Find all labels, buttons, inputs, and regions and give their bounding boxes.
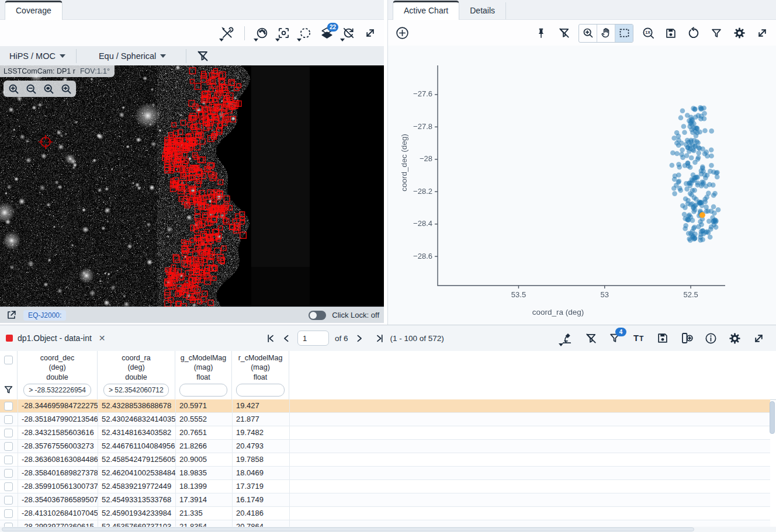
table-row[interactable]: -28.3576755600327352.44676110408495621.8… <box>0 440 770 453</box>
next-page-button[interactable] <box>354 333 364 343</box>
firefly-app: Coverage <box>0 0 776 532</box>
analyze-icon[interactable] <box>559 329 575 347</box>
column-divider <box>175 507 176 520</box>
table-row[interactable]: -28.41310268410704552.4590193423398421.3… <box>0 507 770 520</box>
projection-dropdown[interactable]: Equ / Spherical <box>96 51 168 61</box>
zoom-in-tool-icon[interactable] <box>579 25 597 42</box>
add-column-icon[interactable] <box>678 329 695 347</box>
filter-input-g_cModelMag[interactable] <box>179 384 227 397</box>
cell-coord_dec: -28.34321585603616 <box>18 426 98 439</box>
zoom-out-icon[interactable] <box>23 82 39 96</box>
popout-icon[interactable] <box>5 306 18 325</box>
cell-coord_ra: 52.43148163403582 <box>98 426 175 439</box>
text-view-icon[interactable]: T T <box>630 329 647 347</box>
column-divider <box>175 467 176 479</box>
gear-icon[interactable] <box>731 24 747 43</box>
rotate-off-icon[interactable] <box>340 24 356 43</box>
page-number-input[interactable] <box>297 331 329 346</box>
row-checkbox[interactable] <box>4 442 13 451</box>
tab-coverage[interactable]: Coverage <box>5 1 63 20</box>
table-row[interactable]: -28.34469598472227552.4328853868867820.5… <box>0 399 770 413</box>
select-box-tool-icon[interactable] <box>615 25 633 42</box>
table-row[interactable]: -28.35991056130073752.4583921977244918.1… <box>0 480 770 493</box>
coord-readout[interactable]: EQ-J2000: <box>23 310 66 321</box>
zoom-fit-icon[interactable] <box>41 82 56 96</box>
cell-r_cModelMag: 19.7482 <box>232 426 289 439</box>
table-row[interactable]: -28.3432158560361652.4314816340358220.76… <box>0 426 770 440</box>
prev-page-button[interactable] <box>282 333 292 343</box>
zoom-in-icon[interactable] <box>6 82 21 96</box>
column-divider <box>232 480 233 493</box>
recenter-icon[interactable] <box>275 24 292 43</box>
last-page-button[interactable] <box>375 333 384 343</box>
refresh-icon[interactable] <box>685 24 702 43</box>
filter-off-icon[interactable] <box>583 329 599 347</box>
table-row[interactable]: -28.36360816308448652.45854247912560520.… <box>0 453 770 467</box>
color-palette-icon[interactable] <box>254 24 270 43</box>
pan-hand-icon[interactable] <box>597 25 615 42</box>
add-chart-icon[interactable] <box>394 24 410 43</box>
column-header-coord_dec[interactable]: coord_dec(deg)double <box>18 351 98 380</box>
cell-g_cModelMag: 21.335 <box>175 507 232 520</box>
column-header-coord_ra[interactable]: coord_ra(deg)double <box>98 351 175 380</box>
cell-r_cModelMag: 20.4793 <box>232 440 289 453</box>
row-checkbox[interactable] <box>4 415 13 424</box>
expand-icon[interactable] <box>754 24 770 43</box>
horizontal-scrollbar[interactable] <box>2 527 694 531</box>
info-icon[interactable] <box>702 329 719 347</box>
first-page-button[interactable] <box>266 333 276 343</box>
cell-g_cModelMag: 20.7651 <box>175 426 232 439</box>
table-row[interactable]: -28.35184799021354652.43024683241403520.… <box>0 413 770 426</box>
zoom-fill-icon[interactable] <box>58 82 74 96</box>
filter-off-icon[interactable] <box>195 47 211 65</box>
gear-icon[interactable] <box>726 329 743 347</box>
toolbar-divider <box>244 26 245 40</box>
row-checkbox[interactable] <box>4 429 13 437</box>
vertical-scrollbar[interactable] <box>770 401 775 434</box>
save-icon[interactable] <box>663 24 679 43</box>
filter-off-icon[interactable] <box>556 24 572 43</box>
table-color-swatch-icon <box>6 335 13 342</box>
cell-coord_ra: 52.45493313533768 <box>98 493 175 506</box>
hips-moc-dropdown[interactable]: HiPS / MOC <box>7 51 68 61</box>
row-checkbox[interactable] <box>4 496 13 505</box>
zoom-controls <box>4 81 76 97</box>
filter-icon[interactable]: 4 <box>607 329 623 347</box>
sky-canvas[interactable] <box>0 65 384 307</box>
click-lock-label: Click Lock: off <box>332 311 379 319</box>
column-header-r_cModelMag[interactable]: r_cModelMag(mag)float <box>232 351 289 380</box>
image-readout-bar: EQ-J2000: Click Lock: off <box>0 307 384 323</box>
expand-icon[interactable] <box>362 24 378 43</box>
column-divider <box>98 426 98 439</box>
cell-g_cModelMag: 17.3914 <box>175 493 232 506</box>
expand-icon[interactable] <box>750 329 767 347</box>
row-checkbox[interactable] <box>4 482 13 491</box>
row-checkbox[interactable] <box>4 455 13 464</box>
select-region-icon[interactable] <box>297 24 313 43</box>
row-checkbox[interactable] <box>4 469 13 478</box>
row-checkbox[interactable] <box>4 402 13 411</box>
layers-icon[interactable]: 22 <box>318 24 335 43</box>
filter-icon[interactable] <box>708 24 725 43</box>
select-all-checkbox[interactable] <box>4 356 13 364</box>
column-header-g_cModelMag[interactable]: g_cModelMag(mag)float <box>175 351 232 380</box>
click-lock-toggle[interactable] <box>309 311 326 320</box>
filter-input-coord_dec[interactable] <box>23 384 91 397</box>
column-divider <box>18 413 18 426</box>
table-row[interactable]: -28.35403678658950752.4549331353376817.3… <box>0 493 770 507</box>
table-tab[interactable]: dp1.Object - data-int ✕ <box>6 333 106 343</box>
zoom-original-icon[interactable]: 1X <box>640 24 656 43</box>
table-header-bar: dp1.Object - data-int ✕ of 6 (1 - 100 of… <box>0 325 776 352</box>
filter-input-coord_ra[interactable] <box>103 384 169 397</box>
row-checkbox[interactable] <box>4 509 13 518</box>
filter-input-r_cModelMag[interactable] <box>236 384 284 397</box>
tab-details[interactable]: Details <box>459 2 506 19</box>
scatter-chart[interactable] <box>388 46 776 325</box>
save-icon[interactable] <box>654 329 671 347</box>
column-divider <box>18 493 18 506</box>
tab-active-chart[interactable]: Active Chart <box>393 1 459 20</box>
table-row[interactable]: -28.35840168982737852.46204100253848418.… <box>0 467 770 480</box>
close-icon[interactable]: ✕ <box>99 333 106 343</box>
pin-icon[interactable] <box>533 24 549 43</box>
tools-icon[interactable] <box>219 24 235 43</box>
